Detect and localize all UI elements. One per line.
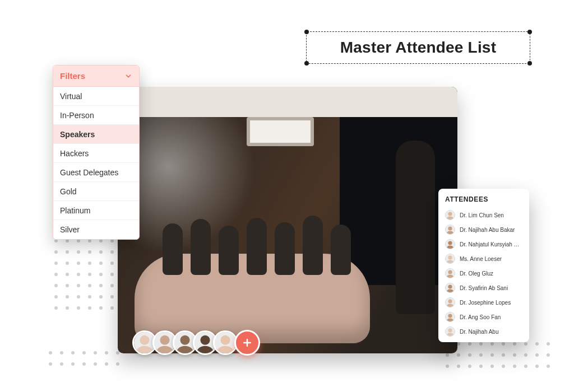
attendee-name: Dr. Ang Soo Fan <box>460 314 501 320</box>
attendee-item[interactable]: Dr. Najihah Abu Bakar <box>444 222 524 237</box>
attendee-name: Dr. Nahjatul Kursyiah Abd <box>460 241 522 248</box>
attendee-name: Dr. Najihah Abu Bakar <box>460 227 515 233</box>
avatar-icon <box>445 210 455 220</box>
svg-point-27 <box>448 314 452 318</box>
svg-point-19 <box>448 255 452 259</box>
dot-grid <box>45 347 123 370</box>
filter-option[interactable]: Hackers <box>53 144 139 163</box>
avatar-icon <box>445 297 455 307</box>
svg-point-5 <box>180 335 189 345</box>
svg-point-1 <box>140 335 149 345</box>
avatar-icon <box>445 268 455 278</box>
add-attendee-button[interactable] <box>234 330 260 356</box>
attendee-name: Dr. Syafirin Ab Sani <box>460 285 508 291</box>
attendee-item[interactable]: Dr. Ang Soo Fan <box>444 310 524 324</box>
attendee-item[interactable]: Ms. Anne Loeser <box>444 251 524 266</box>
avatar-icon <box>445 239 455 249</box>
attendee-item[interactable]: Dr. Oleg Gluz <box>444 266 524 281</box>
attendee-name: Dr. Lim Chun Sen <box>460 212 504 218</box>
filters-header[interactable]: Filters <box>53 66 139 87</box>
filter-option[interactable]: Silver <box>53 220 139 239</box>
svg-point-15 <box>448 226 452 230</box>
filter-option[interactable]: Guest Delegates <box>53 163 139 182</box>
avatar-icon <box>445 326 455 337</box>
svg-point-3 <box>160 335 169 345</box>
filter-option[interactable]: In-Person <box>53 106 139 125</box>
attendee-name: Dr. Josephine Lopes <box>460 300 511 306</box>
attendee-name: Dr. Oleg Gluz <box>460 270 493 277</box>
filters-dropdown[interactable]: Filters VirtualIn-PersonSpeakersHackersG… <box>53 65 140 240</box>
svg-point-9 <box>220 335 230 345</box>
avatar-icon <box>445 225 455 235</box>
avatar-icon <box>445 312 455 322</box>
attendee-item[interactable]: Dr. Najihah Abu <box>444 324 524 339</box>
filter-option[interactable]: Gold <box>53 182 139 201</box>
svg-point-17 <box>448 241 452 245</box>
attendee-item[interactable]: Dr. Nahjatul Kursyiah Abd <box>444 237 524 251</box>
svg-point-7 <box>200 335 210 345</box>
attendee-name: Ms. Anne Loeser <box>460 256 502 262</box>
avatar-icon <box>445 254 455 264</box>
svg-point-29 <box>448 328 452 332</box>
attendee-item[interactable]: Dr. Syafirin Ab Sani <box>444 281 524 295</box>
svg-point-21 <box>448 270 452 274</box>
attendees-heading: ATTENDEES <box>445 195 522 203</box>
attendee-name: Dr. Najihah Abu <box>460 329 499 335</box>
filter-option[interactable]: Virtual <box>53 87 139 106</box>
svg-point-25 <box>448 299 452 303</box>
svg-point-13 <box>448 212 452 216</box>
svg-point-23 <box>448 284 452 288</box>
avatar-icon <box>445 283 455 293</box>
filter-option[interactable]: Speakers <box>53 125 139 144</box>
filters-heading: Filters <box>60 71 85 81</box>
hero-photo <box>118 87 457 353</box>
avatar-strip <box>132 327 260 358</box>
filter-option[interactable]: Platinum <box>53 201 139 220</box>
attendee-item[interactable]: Dr. Lim Chun Sen <box>444 208 524 222</box>
page-title: Master Attendee List <box>340 39 496 57</box>
title-selection-box: Master Attendee List <box>306 31 530 64</box>
dot-grid <box>50 235 118 314</box>
dot-grid <box>442 338 554 372</box>
attendee-item[interactable]: Dr. Josephine Lopes <box>444 295 524 310</box>
attendees-panel: ATTENDEES Dr. Lim Chun SenDr. Najihah Ab… <box>438 189 529 342</box>
chevron-down-icon <box>124 72 132 80</box>
